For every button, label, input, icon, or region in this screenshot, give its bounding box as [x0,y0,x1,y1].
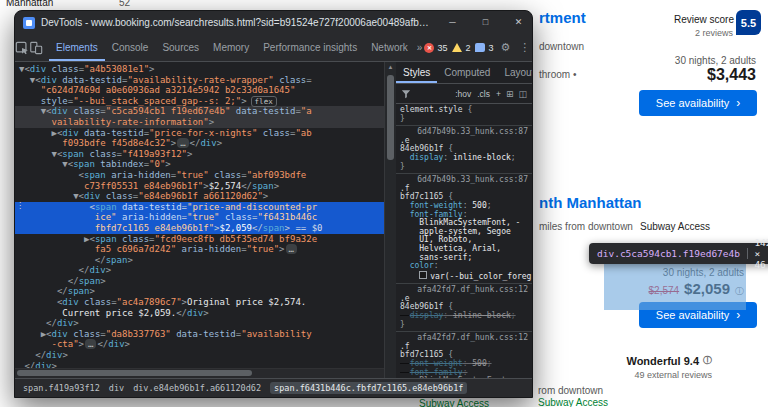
kebab-menu-icon[interactable]: ⋮ [517,41,532,54]
styles-filter-cls[interactable]: .cls [477,89,490,99]
node-menu-dots-icon[interactable]: ⋮ [16,201,24,210]
stylesheet-link[interactable]: afa42fd7.df_hunk.css:12 [417,285,528,294]
dom-tree-line[interactable]: </span> [15,286,384,297]
stylesheet-link[interactable]: 6d47b49b.33_hunk.css:87 [417,175,528,184]
dom-tree-line[interactable]: </span> [15,276,384,287]
flex-badge[interactable]: flex [251,96,277,107]
property-title-link[interactable]: nth Manhattan [539,194,642,211]
tab-elements[interactable]: Elements [49,34,105,61]
filter-label-manhattan[interactable]: Manhattan [6,0,53,8]
dom-tree-line[interactable]: ▶<div class="da8b337763" data-testid="av… [15,329,384,340]
dom-tree-line[interactable]: </span> [15,255,384,266]
css-rule-line[interactable]: color: [400,262,528,271]
css-rule-line[interactable]: } [400,321,528,330]
dom-tree-line[interactable]: <span data-testid="price-and-discounted-… [15,202,384,213]
tab-console[interactable]: Console [105,34,156,61]
ellipsis-badge[interactable]: … [177,138,188,148]
dom-tree-line[interactable]: f093bdfe f45d8e4c32">…</div> [15,138,384,149]
dom-tree-line[interactable]: <div class="ac4a7896c7">Original price $… [15,297,384,308]
tab-performance-insights[interactable]: Performance insights [256,34,364,61]
dom-tree-line[interactable]: </div> [15,265,384,276]
dom-tree-line[interactable]: fbfd7c1165 e84eb96b1f">$2,059</span> == … [15,223,384,234]
settings-gear-icon[interactable]: ⚙ [498,41,512,54]
dom-tree-line[interactable]: Current price $2,059.</div> [15,308,384,319]
devtools-titlebar[interactable]: DevTools - www.booking.com/searchresults… [15,11,532,34]
styles-tab-layout[interactable]: Layout [497,62,533,83]
console-warnings-badge[interactable]: 2 [452,43,470,53]
more-tabs-button[interactable]: » [415,42,425,53]
breadcrumb-item[interactable]: span.f6431b446c.fbfd7c1165.e84eb96b1f [270,382,467,394]
breadcrumb-item[interactable]: div.e84eb96b1f.a661120d62 [133,383,261,393]
dom-tree-line[interactable]: ▼<div class="c5ca594cb1 f19ed67e4b" data… [15,106,384,117]
dom-tree-line[interactable]: "c624d7469d a0e60936ad a3214e5942 b2c33d… [15,85,384,96]
tab-memory[interactable]: Memory [206,34,256,61]
subway-access-link[interactable]: Subway Access [419,398,489,407]
subway-access-link[interactable]: Subway Access [538,397,608,407]
scrollbar-thumb[interactable] [387,75,394,160]
device-toolbar-button[interactable] [29,34,43,61]
console-errors-badge[interactable]: ✕ 35 [424,43,447,53]
breadcrumb-item[interactable]: div [109,383,124,393]
css-rule-line[interactable]: BlinkMacSystemFont, - [400,377,528,378]
css-rule-line[interactable]: 6d47b49b.33_hunk.css:87 [400,176,528,185]
styles-tab-computed[interactable]: Computed [437,62,497,83]
filter-count: 52 [119,0,130,8]
code-token: > [241,96,246,106]
see-availability-button[interactable]: See availability › [639,90,757,116]
styles-filter-hov[interactable]: :hov [455,89,471,99]
dom-tree-line[interactable]: style="--bui_stack_spaced_gap--s: 2;">fl… [15,96,384,107]
info-icon[interactable]: ⓘ [703,354,712,367]
dom-tree-line[interactable]: </div> [15,350,384,361]
computed-panel-icon[interactable]: ◫ [518,89,527,99]
dom-tree-line[interactable]: ▼<span class="f419a93f12"> [15,149,384,160]
dom-tree-line[interactable]: ▼<div class="e84eb96b1f a661120d62"> [15,191,384,202]
dom-tree-line[interactable]: ▼<span tabindex="0"> [15,159,384,170]
css-rule-line[interactable]: var(--bui_color_foreg [400,271,528,282]
code-token [19,212,95,222]
horizontal-scrollbar[interactable] [15,368,384,378]
ellipsis-badge[interactable]: … [286,244,297,254]
breadcrumb-item[interactable]: span.f419a93f12 [23,383,100,393]
dom-tree-line[interactable]: <span aria-hidden="true" class="abf093bd… [15,170,384,181]
dom-tree-line[interactable]: </div> [15,318,384,329]
dom-tree-line[interactable]: ▶<span class="fcd9eec8fb db5f35ed74 bf9a… [15,234,384,245]
grid-badge-icon[interactable]: ⊞ [506,89,514,99]
tab-sources[interactable]: Sources [155,34,206,61]
stylesheet-link[interactable]: 6d47b49b.33_hunk.css:87 [417,127,528,136]
close-button[interactable]: ✕ [505,11,532,34]
css-rule-line[interactable]: afa42fd7.df_hunk.css:12 [400,334,528,343]
css-rule-line[interactable]: } [400,115,528,124]
stylesheet-link[interactable]: afa42fd7.df_hunk.css:12 [417,333,528,342]
dom-tree-line[interactable]: ▶<div data-testid="price-for-x-nights" c… [15,128,384,139]
dom-tree-line[interactable]: vailability-rate-information"> [15,117,384,128]
vertical-scrollbar[interactable]: ▲ [384,62,396,378]
styles-tab-styles[interactable]: Styles [396,62,437,83]
dom-tree-line[interactable]: ▼<div class="a4b53081e1"> [15,64,384,75]
property-title-link[interactable]: rtment [539,9,586,26]
scrollbar-thumb[interactable] [17,370,252,376]
dom-tree-line[interactable]: c73ff05531 e84eb96b1f">$2,574</span> [15,181,384,192]
css-rule-line[interactable]: display: inline-block; [400,312,528,321]
minimize-button[interactable]: ─ [439,11,466,34]
filter-funnel-icon[interactable] [401,89,411,99]
styles-filter-[interactable]: + [496,89,501,99]
issues-badge[interactable]: 3 [475,43,493,53]
dom-tree-line[interactable]: ice" aria-hidden="true" class="f6431b446… [15,212,384,223]
inspect-element-button[interactable] [15,34,29,61]
dom-tree-line[interactable]: fa5 c696a7d242" aria-hidden="true">… [15,244,384,255]
code-token: div [30,64,46,74]
css-rule-line[interactable]: 6d47b49b.33_hunk.css:87 [400,128,528,137]
dom-tree-line[interactable]: -cta">…</div> [15,339,384,350]
css-rule-line[interactable]: afa42fd7.df_hunk.css:12 [400,286,528,295]
code-token: "c5ca594cb1 f19ed67e4b" [106,106,231,116]
ellipsis-badge[interactable]: … [85,339,96,349]
dom-tree-line[interactable]: ▼<div data-testid="availability-rate-wra… [15,75,384,86]
code-token: div [89,265,105,275]
code-token: "availability [241,329,311,339]
scroll-up-arrow-icon[interactable]: ▲ [385,64,396,70]
css-rule-line[interactable]: display: inline-block; [400,154,528,163]
css-rule-line[interactable]: } [400,163,528,172]
maximize-button[interactable]: □ [472,11,499,34]
tab-network[interactable]: Network [364,34,415,61]
css-rule-line[interactable]: element.style { [400,106,528,115]
